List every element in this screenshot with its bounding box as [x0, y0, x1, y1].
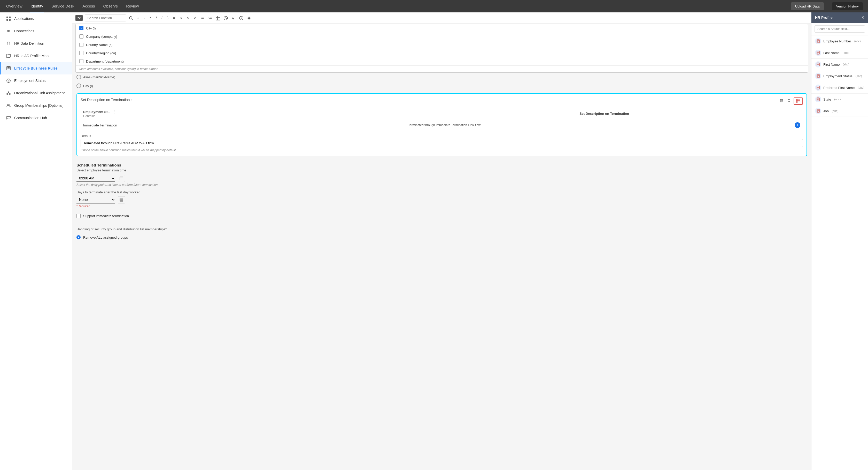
hr-field-type-employment-status: (abc)	[856, 75, 862, 78]
info-icon[interactable]	[239, 15, 244, 21]
search-function-input[interactable]	[85, 14, 126, 22]
op-slash[interactable]: /	[154, 15, 158, 21]
clock-icon[interactable]	[223, 15, 228, 21]
sidebar-item-hr-data-definition[interactable]: HR Data Definition	[0, 37, 72, 50]
op-rparen[interactable]: )	[166, 15, 170, 21]
op-lt[interactable]: <	[192, 15, 197, 21]
required-label: *Required	[76, 205, 807, 208]
hr-field-icon-employee-number	[815, 38, 821, 44]
hr-source-field-search[interactable]	[814, 25, 865, 33]
op-ne[interactable]: !=	[179, 16, 183, 21]
dropdown-item-company[interactable]: Company (company)	[76, 32, 808, 40]
country-region-checkbox[interactable]	[79, 51, 84, 55]
sidebar-item-employment-status[interactable]: Employment Status	[0, 75, 72, 87]
svg-point-21	[9, 104, 10, 105]
link-icon	[6, 28, 11, 34]
default-input[interactable]	[81, 139, 803, 147]
mapping-header-label: Set Description on Termination	[81, 98, 130, 102]
sidebar-item-group-memberships[interactable]: Group Memberships [Optional]	[0, 99, 72, 112]
sidebar-item-lifecycle[interactable]: Lifecycle Business Rules	[0, 62, 72, 75]
hr-field-icon-employment-status	[815, 73, 821, 79]
group-icon	[6, 103, 11, 108]
add-row-button[interactable]: +	[795, 122, 800, 128]
sidebar-item-label: Organizational Unit Assignment	[14, 91, 65, 95]
op-star[interactable]: *	[148, 15, 152, 21]
table-view-button[interactable]	[794, 97, 803, 105]
hr-field-icon-preferred-first-name	[815, 85, 821, 91]
country-name-checkbox[interactable]	[79, 43, 84, 47]
sort-mapping-button[interactable]	[786, 97, 792, 105]
nav-item-identity[interactable]: Identity	[30, 0, 44, 12]
hr-profile-panel: HR Profile ✕ Employee Number	[811, 12, 868, 470]
chat-icon	[6, 115, 11, 120]
sidebar-item-connections[interactable]: Connections	[0, 25, 72, 37]
formula-bar: fx + - * / ( ) = != > < <= >=	[72, 12, 811, 24]
version-history-button[interactable]: Version History	[832, 2, 863, 10]
dropdown-item-department[interactable]: Department (department)	[76, 57, 808, 65]
text-icon[interactable]: A	[231, 15, 237, 21]
time-table-icon-button[interactable]	[118, 175, 125, 182]
hr-field-employee-number[interactable]: Employee Number (abc)	[811, 35, 868, 47]
support-immediate-checkbox[interactable]	[76, 214, 81, 218]
nav-item-overview[interactable]: Overview	[5, 0, 24, 12]
grid-icon	[6, 16, 11, 21]
hr-fields-list: Employee Number (abc) Last Name (abc)	[811, 35, 868, 117]
nav-item-access[interactable]: Access	[82, 0, 96, 12]
hr-field-icon-job	[815, 108, 821, 114]
svg-line-23	[131, 19, 132, 20]
hr-field-preferred-first-name[interactable]: Preferred First Name (abc)	[811, 82, 868, 94]
hr-field-icon-last-name	[815, 50, 821, 56]
svg-rect-14	[7, 94, 8, 94]
svg-rect-13	[8, 91, 9, 92]
op-lte[interactable]: <=	[199, 16, 205, 21]
days-table-icon-button[interactable]	[118, 196, 125, 203]
op-plus[interactable]: +	[136, 15, 141, 21]
dropdown-more-text: More attributes available, continue typi…	[76, 65, 808, 72]
days-select[interactable]: None	[76, 196, 115, 203]
remove-all-radio[interactable]	[76, 235, 81, 239]
hr-field-state[interactable]: State (abc)	[811, 94, 868, 105]
search-icon[interactable]	[128, 15, 134, 21]
three-dots-menu[interactable]: ⋮	[112, 109, 116, 114]
hr-field-job[interactable]: Job (abc)	[811, 105, 868, 117]
hr-profile-close-icon[interactable]: ✕	[861, 16, 864, 20]
map-icon	[6, 53, 11, 58]
nav-item-service-desk[interactable]: Service Desk	[51, 0, 75, 12]
op-minus[interactable]: -	[143, 15, 147, 21]
op-lparen[interactable]: (	[160, 15, 164, 21]
termination-time-select[interactable]: 09:00 AM	[76, 175, 115, 182]
mapping-box-header: Set Description on Termination :	[81, 98, 132, 102]
op-eq[interactable]: =	[172, 15, 177, 21]
op-gt[interactable]: >	[186, 15, 190, 21]
hr-field-employment-status[interactable]: Employment Status (abc)	[811, 70, 868, 82]
city-checkbox[interactable]	[79, 26, 84, 30]
grid-formula-icon[interactable]	[215, 15, 221, 21]
sparkle-icon[interactable]	[246, 15, 252, 21]
nav-item-review[interactable]: Review	[125, 0, 140, 12]
sidebar-item-org-unit[interactable]: Organizational Unit Assignment	[0, 87, 72, 99]
nav-item-observe[interactable]: Observe	[102, 0, 119, 12]
right-col-header: Set Description on Termination	[580, 112, 629, 116]
hr-field-first-name[interactable]: First Name (abc)	[811, 59, 868, 70]
sidebar-item-applications[interactable]: Applications	[0, 12, 72, 25]
company-checkbox[interactable]	[79, 34, 84, 38]
hr-field-last-name[interactable]: Last Name (abc)	[811, 47, 868, 59]
dropdown-item-label: Country Name (c)	[86, 43, 113, 47]
department-checkbox[interactable]	[79, 59, 84, 63]
dropdown-item-label: Company (company)	[86, 35, 117, 38]
hr-profile-header: HR Profile ✕	[811, 12, 868, 23]
sidebar-item-communication-hub[interactable]: Communication Hub	[0, 112, 72, 124]
sidebar-item-hr-to-ad[interactable]: HR to AD Profile Map	[0, 50, 72, 62]
row-left-value: Immediate Termination	[83, 123, 117, 127]
op-gte[interactable]: >=	[207, 16, 213, 21]
field-circle-alias	[76, 75, 81, 79]
delete-mapping-button[interactable]	[778, 97, 784, 105]
upload-hr-data-button[interactable]: Upload HR Data	[791, 2, 824, 10]
dropdown-item-country-region[interactable]: Country/Region (co)	[76, 49, 808, 57]
days-select-row: None	[76, 196, 807, 203]
org-icon	[6, 90, 11, 96]
dropdown-item-city[interactable]: City (l)	[76, 24, 808, 32]
svg-point-35	[241, 17, 242, 17]
sidebar-item-label: Group Memberships [Optional]	[14, 104, 64, 108]
dropdown-item-country-name[interactable]: Country Name (c)	[76, 40, 808, 49]
